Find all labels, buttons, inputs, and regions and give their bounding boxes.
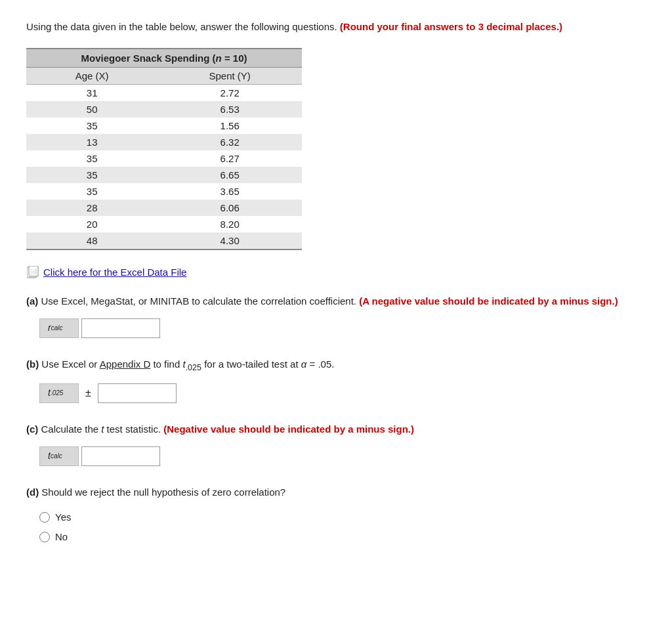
question-c-block: (c) Calculate the t test statistic. (Neg… <box>26 421 646 466</box>
table-row: 484.30 <box>26 232 302 249</box>
question-c-red: (Negative value should be indicated by a… <box>163 423 414 435</box>
excel-link[interactable]: Click here for the Excel Data File <box>43 267 186 278</box>
spent-cell: 6.32 <box>158 134 302 150</box>
excel-icon: 📄 <box>26 266 39 279</box>
radio-yes-text: Yes <box>55 509 71 525</box>
question-a-text: (a) Use Excel, MegaStat, or MINITAB to c… <box>26 293 646 309</box>
table-row: 286.06 <box>26 200 302 216</box>
question-c-label: (c) <box>26 423 38 435</box>
col2-header: Spent (Y) <box>158 67 302 84</box>
radio-no[interactable] <box>39 532 50 542</box>
table-row: 136.32 <box>26 134 302 150</box>
age-cell: 35 <box>26 118 158 134</box>
question-c-text: (c) Calculate the t test statistic. (Neg… <box>26 421 646 437</box>
question-a-input-row: rcalc <box>39 318 646 338</box>
spent-cell: 6.53 <box>158 101 302 118</box>
svg-text:📄: 📄 <box>30 269 38 276</box>
plus-minus-sign: ± <box>81 385 95 402</box>
spent-cell: 8.20 <box>158 216 302 232</box>
table-title: Moviegoer Snack Spending (n = 10) <box>26 49 302 68</box>
age-cell: 13 <box>26 134 158 150</box>
question-c-input-row: tcalc <box>39 446 646 466</box>
table-row: 208.20 <box>26 216 302 232</box>
radio-no-label[interactable]: No <box>39 529 646 545</box>
intro-text-red: (Round your final answers to 3 decimal p… <box>340 21 562 32</box>
question-a-red: (A negative value should be indicated by… <box>359 295 618 307</box>
spent-cell: 4.30 <box>158 232 302 249</box>
table-row: 356.65 <box>26 167 302 183</box>
table-row: 356.27 <box>26 150 302 167</box>
intro-text-before: Using the data given in the table below,… <box>26 21 337 32</box>
radio-yes[interactable] <box>39 512 50 523</box>
t025-label: t.025 <box>39 383 79 403</box>
question-a-label: (a) <box>26 295 38 307</box>
age-cell: 28 <box>26 200 158 216</box>
radio-no-text: No <box>55 529 68 545</box>
spent-cell: 2.72 <box>158 84 302 101</box>
age-cell: 48 <box>26 232 158 249</box>
tcalc-label: tcalc <box>39 446 79 466</box>
question-b-input-row: t.025 ± <box>39 383 646 403</box>
rcalc-input[interactable] <box>81 318 160 338</box>
col1-header: Age (X) <box>26 67 158 84</box>
appendix-d-link[interactable]: Appendix D <box>100 358 151 370</box>
table-row: 351.56 <box>26 118 302 134</box>
radio-group: Yes No <box>39 509 646 545</box>
question-d-text: (d) Should we reject the null hypothesis… <box>26 485 646 500</box>
radio-yes-label[interactable]: Yes <box>39 509 646 525</box>
table-row: 506.53 <box>26 101 302 118</box>
spent-cell: 1.56 <box>158 118 302 134</box>
question-b-block: (b) Use Excel or Appendix D to find t.02… <box>26 356 646 403</box>
t025-input[interactable] <box>98 383 177 403</box>
age-cell: 31 <box>26 84 158 101</box>
intro-paragraph: Using the data given in the table below,… <box>26 20 646 35</box>
age-cell: 35 <box>26 150 158 167</box>
rcalc-label: rcalc <box>39 318 79 338</box>
age-cell: 35 <box>26 167 158 183</box>
spent-cell: 3.65 <box>158 183 302 200</box>
question-b-label: (b) <box>26 358 39 370</box>
age-cell: 50 <box>26 101 158 118</box>
spent-cell: 6.27 <box>158 150 302 167</box>
spent-cell: 6.65 <box>158 167 302 183</box>
tcalc-input[interactable] <box>81 446 160 466</box>
data-table: Moviegoer Snack Spending (n = 10) Age (X… <box>26 48 302 250</box>
question-d-label: (d) <box>26 486 39 498</box>
excel-link-container[interactable]: 📄 Click here for the Excel Data File <box>26 266 646 279</box>
spent-cell: 6.06 <box>158 200 302 216</box>
table-row: 353.65 <box>26 183 302 200</box>
age-cell: 35 <box>26 183 158 200</box>
age-cell: 20 <box>26 216 158 232</box>
question-d-block: (d) Should we reject the null hypothesis… <box>26 485 646 545</box>
question-b-text: (b) Use Excel or Appendix D to find t.02… <box>26 356 646 374</box>
question-a-block: (a) Use Excel, MegaStat, or MINITAB to c… <box>26 293 646 338</box>
data-table-container: Moviegoer Snack Spending (n = 10) Age (X… <box>26 48 646 250</box>
table-row: 312.72 <box>26 84 302 101</box>
